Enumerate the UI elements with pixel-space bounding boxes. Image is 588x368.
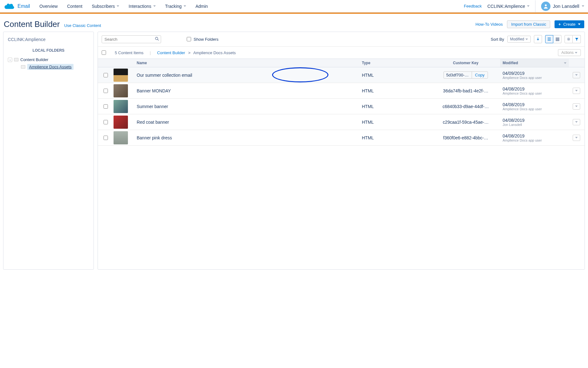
nav-tracking[interactable]: Tracking <box>165 4 186 9</box>
filter-button[interactable] <box>573 35 581 43</box>
table-row[interactable]: Banner MONDAY HTML 36da74fb-bad1-4e2f-… … <box>98 83 585 99</box>
modified-date: 04/08/2019 <box>503 102 566 107</box>
copy-button[interactable]: Copy <box>472 72 488 78</box>
modified-by: Amplience Docs app user <box>503 91 566 95</box>
subheader: 5 Content Items | Content Builder > Ampl… <box>98 46 585 59</box>
thumbnail <box>114 131 128 144</box>
row-actions-button[interactable] <box>573 103 580 110</box>
search-input[interactable] <box>102 35 161 43</box>
chevron-down-icon <box>564 62 566 64</box>
create-button[interactable]: +Create <box>555 20 584 28</box>
local-folders-heading: LOCAL FOLDERS <box>8 48 89 53</box>
user-menu[interactable]: Jon Lansdell <box>541 2 584 11</box>
row-type: HTML <box>359 86 431 95</box>
top-nav: Email Overview Content Subscribers Inter… <box>0 0 588 13</box>
nav-items: Overview Content Subscribers Interaction… <box>39 4 464 9</box>
column-customer-key[interactable]: Customer Key <box>431 59 500 67</box>
plus-icon: + <box>558 22 561 27</box>
show-folders-checkbox[interactable] <box>187 37 191 41</box>
chevron-down-icon <box>117 5 119 7</box>
grid-icon <box>555 37 559 41</box>
account-switcher[interactable]: CCLINK:Amplience <box>487 0 535 12</box>
divider: | <box>150 50 151 55</box>
table-row[interactable]: Summer banner HTML c6840b33-d9ae-44df-… … <box>98 99 585 114</box>
import-from-classic-button[interactable]: Import from Classic <box>507 20 550 28</box>
table-row[interactable]: Our summer collection email HTML 5d3df70… <box>98 67 585 83</box>
show-folders-toggle[interactable]: Show Folders <box>187 37 218 42</box>
row-actions-button[interactable] <box>573 135 580 141</box>
chevron-down-icon <box>525 39 528 40</box>
gear-icon <box>567 37 570 41</box>
modified-date: 04/08/2019 <box>503 118 566 123</box>
row-checkbox[interactable] <box>104 120 108 124</box>
svg-rect-4 <box>557 38 558 39</box>
sort-direction-button[interactable] <box>534 35 542 43</box>
chevron-down-icon <box>575 74 578 76</box>
grid-view-button[interactable] <box>553 35 561 43</box>
modified-by: Amplience Docs app user <box>503 138 566 142</box>
column-name[interactable]: Name <box>134 59 359 67</box>
thumbnail <box>114 69 128 82</box>
collapse-icon[interactable]: ⌄ <box>8 58 12 62</box>
main-layout: CCLINK:Amplience LOCAL FOLDERS ⌄ Content… <box>0 32 588 273</box>
chevron-down-icon <box>575 137 578 138</box>
svg-rect-3 <box>556 38 557 39</box>
row-name: Red coat banner <box>134 118 359 127</box>
search-box <box>102 35 161 43</box>
nav-overview[interactable]: Overview <box>39 4 58 9</box>
settings-button[interactable] <box>565 35 573 43</box>
breadcrumb: Content Builder > Amplience Docs Assets <box>157 50 236 55</box>
row-name: Our summer collection email <box>134 71 359 80</box>
row-checkbox[interactable] <box>104 89 108 93</box>
row-actions-button[interactable] <box>573 88 580 94</box>
chevron-down-icon <box>527 5 530 7</box>
toolbar: Show Folders Sort By Modified <box>98 32 585 46</box>
nav-subscribers[interactable]: Subscribers <box>92 4 119 9</box>
modified-by: Amplience Docs app user <box>503 76 566 80</box>
folder-amplience-docs-assets[interactable]: Amplience Docs Assets <box>21 63 89 71</box>
search-icon <box>155 37 159 41</box>
row-checkbox[interactable] <box>104 136 108 140</box>
table-row[interactable]: Banner pink dress HTML f360f0e6-e882-4bb… <box>98 130 585 146</box>
chevron-down-icon <box>575 106 578 107</box>
nav-content[interactable]: Content <box>67 4 82 9</box>
select-all-checkbox[interactable] <box>102 50 106 55</box>
column-type[interactable]: Type <box>359 59 431 67</box>
row-actions-button[interactable] <box>573 72 580 78</box>
sort-by-dropdown[interactable]: Modified <box>507 36 531 43</box>
chevron-down-icon <box>575 90 578 91</box>
nav-interactions[interactable]: Interactions <box>129 4 155 9</box>
salesforce-logo-icon <box>4 3 14 10</box>
chevron-down-icon <box>184 5 186 7</box>
row-checkbox[interactable] <box>104 104 108 109</box>
row-actions-button[interactable] <box>573 119 580 125</box>
customer-key-widget: 5d3df700-26… Copy <box>444 71 488 79</box>
nav-admin[interactable]: Admin <box>195 4 208 9</box>
howto-videos-link[interactable]: How-To Videos <box>475 22 503 27</box>
page-header: Content Builder Use Classic Content How-… <box>0 14 588 32</box>
sidebar: CCLINK:Amplience LOCAL FOLDERS ⌄ Content… <box>3 32 94 270</box>
svg-rect-10 <box>557 40 558 41</box>
list-view-button[interactable] <box>545 35 553 43</box>
svg-rect-5 <box>558 38 559 39</box>
feedback-link[interactable]: Feedback <box>464 4 482 8</box>
svg-point-0 <box>545 4 547 6</box>
use-classic-link[interactable]: Use Classic Content <box>64 23 101 28</box>
thumbnail <box>114 84 128 97</box>
column-modified[interactable]: Modified <box>500 59 569 67</box>
chevron-down-icon <box>582 5 584 7</box>
thumbnail <box>114 100 128 113</box>
row-type: HTML <box>359 133 431 142</box>
breadcrumb-root[interactable]: Content Builder <box>157 50 185 55</box>
row-customer-key: 5d3df700-26… Copy <box>431 70 500 80</box>
row-customer-key: 36da74fb-bad1-4e2f-… <box>431 86 500 95</box>
actions-dropdown[interactable]: Actions <box>558 49 581 56</box>
row-checkbox[interactable] <box>104 73 108 77</box>
modified-date: 04/09/2019 <box>503 71 566 76</box>
row-type: HTML <box>359 71 431 80</box>
sort-by-label: Sort By <box>491 37 504 42</box>
table-row[interactable]: Red coat banner HTML c29caa1f-59ca-45ae-… <box>98 114 585 130</box>
folder-root[interactable]: ⌄ Content Builder <box>8 56 89 63</box>
svg-rect-8 <box>558 39 559 40</box>
row-customer-key: c6840b33-d9ae-44df-… <box>431 102 500 111</box>
